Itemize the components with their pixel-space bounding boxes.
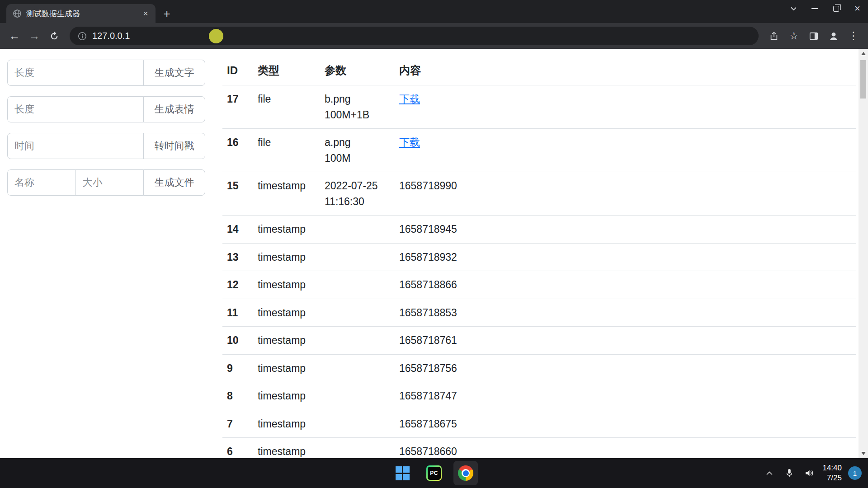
row-type: timestamp <box>253 410 320 438</box>
row-param: b.png 100M+1B <box>320 85 395 129</box>
tab-close-icon[interactable]: × <box>140 8 151 19</box>
table-row: 17fileb.png 100M+1B下载 <box>222 85 856 129</box>
taskbar-clock[interactable]: 14:40 7/25 <box>822 463 842 483</box>
row-type: timestamp <box>253 243 320 271</box>
row-type: timestamp <box>253 271 320 299</box>
chrome-taskbar-icon[interactable] <box>453 461 478 485</box>
generator-sidebar: 生成文字 生成表情 转时间戳 生成文件 <box>0 49 212 458</box>
row-content: 1658718853 <box>395 299 856 327</box>
tray-chevron-up-icon[interactable] <box>763 465 776 481</box>
row-type: timestamp <box>253 172 320 216</box>
back-button[interactable]: ← <box>5 26 24 46</box>
restore-button[interactable] <box>826 0 847 17</box>
download-link[interactable]: 下载 <box>399 93 420 105</box>
file-size-input[interactable] <box>75 169 144 196</box>
row-id: 17 <box>222 85 253 129</box>
row-id: 10 <box>222 327 253 355</box>
row-type: file <box>253 85 320 129</box>
download-link[interactable]: 下载 <box>399 136 420 148</box>
taskbar: PC 14:40 7/25 1 <box>0 458 868 488</box>
row-param <box>320 271 395 299</box>
generate-file-group: 生成文件 <box>7 169 205 196</box>
row-id: 13 <box>222 243 253 271</box>
convert-timestamp-button[interactable]: 转时间戳 <box>143 133 205 159</box>
emoji-length-input[interactable] <box>7 96 144 122</box>
row-type: timestamp <box>253 382 320 410</box>
close-window-button[interactable]: × <box>847 0 868 17</box>
table-row: 6timestamp1658718660 <box>222 438 856 459</box>
timestamp-group: 转时间戳 <box>7 133 205 159</box>
browser-toolbar: ← → 127.0.0.1 ☆ ⋮ <box>0 23 868 49</box>
row-type: timestamp <box>253 438 320 459</box>
row-param <box>320 410 395 438</box>
results-area: ID 类型 参数 内容 17fileb.png 100M+1B下载16filea… <box>212 49 868 458</box>
row-content: 下载 <box>395 129 856 172</box>
browser-tab[interactable]: 测试数据生成器 × <box>6 4 156 23</box>
generate-emoji-button[interactable]: 生成表情 <box>143 96 205 122</box>
windows-logo-icon <box>396 466 410 480</box>
scrollbar-up-arrow[interactable] <box>859 49 868 58</box>
address-bar[interactable]: 127.0.0.1 <box>70 27 759 45</box>
row-content: 1658718945 <box>395 216 856 244</box>
site-info-icon[interactable] <box>78 32 87 41</box>
cursor-highlight <box>209 29 223 43</box>
volume-icon[interactable] <box>802 465 816 481</box>
text-length-input[interactable] <box>7 60 144 86</box>
row-content: 1658718756 <box>395 354 856 382</box>
window-controls: × <box>783 0 868 17</box>
side-panel-icon[interactable] <box>804 26 824 46</box>
scrollbar-thumb[interactable] <box>860 60 866 99</box>
row-id: 15 <box>222 172 253 216</box>
row-content: 1658718747 <box>395 382 856 410</box>
row-param <box>320 216 395 244</box>
row-type: file <box>253 129 320 172</box>
site-favicon-globe-icon <box>13 9 22 18</box>
generate-text-button[interactable]: 生成文字 <box>143 60 205 86</box>
row-type: timestamp <box>253 354 320 382</box>
forward-button[interactable]: → <box>24 26 44 46</box>
page-scrollbar[interactable] <box>859 49 868 458</box>
generate-text-group: 生成文字 <box>7 60 205 86</box>
reload-button[interactable] <box>44 26 64 46</box>
profile-avatar-icon[interactable] <box>824 26 844 46</box>
row-id: 14 <box>222 216 253 244</box>
row-id: 9 <box>222 354 253 382</box>
browser-titlebar: 测试数据生成器 × + × <box>0 0 868 23</box>
url-text[interactable]: 127.0.0.1 <box>92 31 130 41</box>
row-content: 1658718932 <box>395 243 856 271</box>
microphone-icon[interactable] <box>783 465 796 481</box>
page-content: 生成文字 生成表情 转时间戳 生成文件 ID 类型 参数 内容 <box>0 49 868 458</box>
pycharm-taskbar-icon[interactable]: PC <box>422 461 446 485</box>
row-content: 1658718675 <box>395 410 856 438</box>
row-type: timestamp <box>253 216 320 244</box>
new-tab-button[interactable]: + <box>159 6 175 21</box>
time-input[interactable] <box>7 133 144 159</box>
table-row: 12timestamp1658718866 <box>222 271 856 299</box>
header-id: ID <box>222 60 253 85</box>
tab-search-chevron-icon[interactable] <box>783 0 804 17</box>
notification-badge[interactable]: 1 <box>848 466 862 480</box>
bookmark-star-icon[interactable]: ☆ <box>784 26 804 46</box>
row-type: timestamp <box>253 299 320 327</box>
row-id: 11 <box>222 299 253 327</box>
table-row: 10timestamp1658718761 <box>222 327 856 355</box>
clock-date: 7/25 <box>822 473 842 483</box>
table-row: 7timestamp1658718675 <box>222 410 856 438</box>
table-row: 16filea.png 100M下载 <box>222 129 856 172</box>
row-content: 1658718761 <box>395 327 856 355</box>
file-name-input[interactable] <box>7 169 76 196</box>
share-icon[interactable] <box>764 26 784 46</box>
row-param: 2022-07-25 11:16:30 <box>320 172 395 216</box>
clock-time: 14:40 <box>822 463 842 473</box>
menu-kebab-icon[interactable]: ⋮ <box>844 26 863 46</box>
header-param: 参数 <box>320 60 395 85</box>
table-row: 15timestamp2022-07-25 11:16:301658718990 <box>222 172 856 216</box>
start-button[interactable] <box>390 461 415 485</box>
generate-file-button[interactable]: 生成文件 <box>143 169 205 196</box>
results-table: ID 类型 参数 内容 17fileb.png 100M+1B下载16filea… <box>222 60 856 458</box>
scrollbar-down-arrow[interactable] <box>859 449 868 458</box>
row-param <box>320 299 395 327</box>
row-id: 8 <box>222 382 253 410</box>
taskbar-center-icons: PC <box>390 458 478 488</box>
minimize-button[interactable] <box>804 0 826 17</box>
